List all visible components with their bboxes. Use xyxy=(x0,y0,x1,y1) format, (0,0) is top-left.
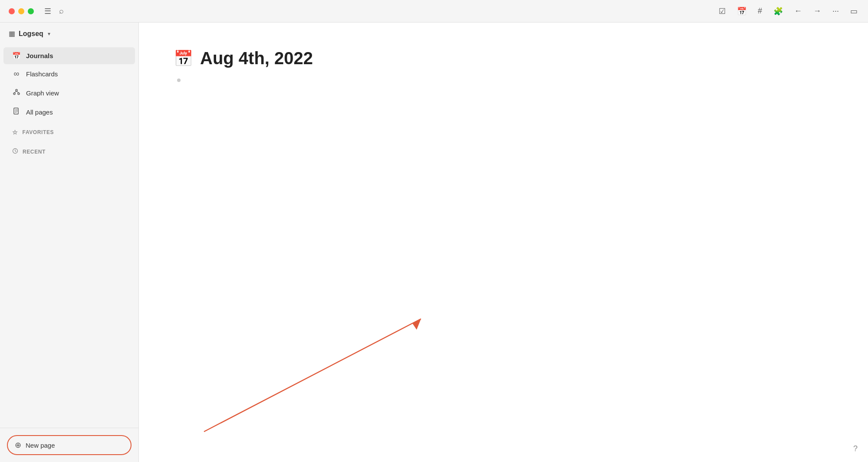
sidebar-item-flashcards-label: Flashcards xyxy=(26,70,58,78)
favorites-label: FAVORITES xyxy=(23,129,54,135)
close-button[interactable] xyxy=(9,8,15,14)
svg-line-4 xyxy=(16,91,19,93)
traffic-lights xyxy=(9,8,34,14)
new-page-label: New page xyxy=(26,442,55,449)
sidebar-item-all-pages-label: All pages xyxy=(26,108,53,116)
sidebar-toggle-icon[interactable]: ▭ xyxy=(848,5,859,18)
new-page-button[interactable]: ⊕ New page xyxy=(7,435,132,455)
recent-label: RECENT xyxy=(23,149,46,155)
sidebar-item-graph-view[interactable]: Graph view xyxy=(3,84,135,102)
titlebar-right: ☑ 📅 # 🧩 ← → ··· ▭ xyxy=(717,5,859,18)
svg-point-1 xyxy=(13,93,15,95)
sidebar-item-journals-label: Journals xyxy=(26,52,53,59)
page-title-container: 📅 Aug 4th, 2022 xyxy=(174,49,833,68)
hashtag-icon[interactable]: # xyxy=(756,5,764,17)
minimize-button[interactable] xyxy=(18,8,24,14)
star-icon: ☆ xyxy=(12,129,18,136)
plus-circle-icon: ⊕ xyxy=(15,440,21,450)
sidebar-item-flashcards[interactable]: ∞ Flashcards xyxy=(3,65,135,83)
help-label: ? xyxy=(853,444,858,453)
sidebar-app-name: Logseq xyxy=(19,30,43,38)
journals-icon: 📅 xyxy=(12,52,21,60)
chevron-down-icon: ▾ xyxy=(48,31,50,37)
help-button[interactable]: ? xyxy=(853,444,858,453)
svg-point-0 xyxy=(16,89,17,91)
calendar-icon[interactable]: 📅 xyxy=(735,5,748,18)
sidebar-nav: 📅 Journals ∞ Flashcards Graph vi xyxy=(0,45,138,428)
content-body: 📅 Aug 4th, 2022 xyxy=(139,23,868,462)
back-icon[interactable]: ← xyxy=(792,5,804,17)
page-title: Aug 4th, 2022 xyxy=(200,49,313,68)
menu-icon[interactable]: ☰ xyxy=(43,5,53,18)
sidebar-item-all-pages[interactable]: All pages xyxy=(3,103,135,121)
main-layout: ▦ Logseq ▾ 📅 Journals ∞ Flashcards xyxy=(0,23,868,462)
sidebar-footer: ⊕ New page xyxy=(0,428,138,462)
forward-icon[interactable]: → xyxy=(812,5,823,17)
flashcards-icon: ∞ xyxy=(12,69,21,79)
sidebar-item-graph-label: Graph view xyxy=(26,89,59,97)
sidebar-section-favorites: ☆ FAVORITES xyxy=(3,125,135,140)
clock-icon xyxy=(12,148,18,155)
sidebar-section-recent: RECENT xyxy=(3,144,135,160)
bullet-point xyxy=(177,79,181,82)
all-pages-icon xyxy=(12,107,21,117)
svg-line-3 xyxy=(14,91,16,93)
sidebar: ▦ Logseq ▾ 📅 Journals ∞ Flashcards xyxy=(0,23,139,462)
sidebar-header[interactable]: ▦ Logseq ▾ xyxy=(0,23,138,45)
more-icon[interactable]: ··· xyxy=(831,5,841,17)
puzzle-icon[interactable]: 🧩 xyxy=(772,5,785,18)
search-icon[interactable]: ⌕ xyxy=(57,5,66,17)
logseq-icon: ▦ xyxy=(9,29,15,38)
graph-icon xyxy=(12,88,21,98)
svg-point-2 xyxy=(18,93,20,95)
titlebar-left: ☰ ⌕ xyxy=(9,5,66,18)
todo-icon[interactable]: ☑ xyxy=(717,5,727,18)
titlebar: ☰ ⌕ ☑ 📅 # 🧩 ← → ··· ▭ xyxy=(0,0,868,23)
maximize-button[interactable] xyxy=(28,8,34,14)
sidebar-item-journals[interactable]: 📅 Journals xyxy=(3,47,135,64)
content-area: 📅 Aug 4th, 2022 ? xyxy=(139,23,868,462)
page-title-emoji: 📅 xyxy=(174,49,193,68)
